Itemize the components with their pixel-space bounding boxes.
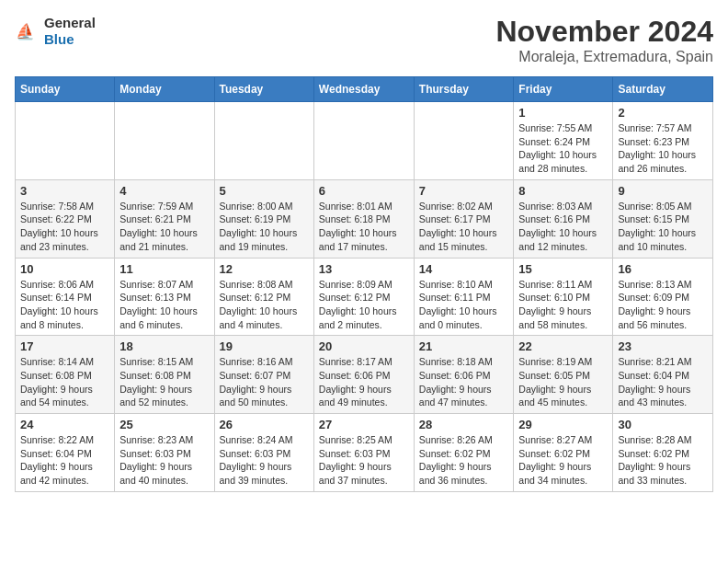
calendar-day-cell: 13Sunrise: 8:09 AM Sunset: 6:12 PM Dayli… — [313, 258, 414, 336]
day-info: Sunrise: 8:14 AM Sunset: 6:08 PM Dayligh… — [20, 355, 109, 409]
day-number: 8 — [518, 184, 608, 198]
day-number: 14 — [419, 262, 509, 276]
day-info: Sunrise: 8:13 AM Sunset: 6:09 PM Dayligh… — [618, 278, 708, 332]
day-info: Sunrise: 7:57 AM Sunset: 6:23 PM Dayligh… — [618, 121, 708, 176]
day-number: 1 — [518, 106, 608, 120]
day-number: 27 — [319, 418, 409, 431]
calendar-day-cell: 15Sunrise: 8:11 AM Sunset: 6:10 PM Dayli… — [514, 258, 613, 336]
logo: ⛵ General Blue — [15, 15, 96, 48]
day-info: Sunrise: 8:02 AM Sunset: 6:17 PM Dayligh… — [419, 200, 509, 254]
calendar-day-cell: 30Sunrise: 8:28 AM Sunset: 6:02 PM Dayli… — [613, 414, 713, 492]
location-title: Moraleja, Extremadura, Spain — [495, 49, 713, 65]
day-info: Sunrise: 8:10 AM Sunset: 6:11 PM Dayligh… — [419, 278, 509, 332]
calendar-day-cell: 26Sunrise: 8:24 AM Sunset: 6:03 PM Dayli… — [214, 414, 313, 492]
calendar-day-cell — [214, 102, 313, 180]
day-number: 9 — [618, 184, 708, 198]
calendar-day-cell: 23Sunrise: 8:21 AM Sunset: 6:04 PM Dayli… — [613, 336, 713, 414]
day-number: 19 — [220, 339, 309, 353]
calendar-day-cell: 22Sunrise: 8:19 AM Sunset: 6:05 PM Dayli… — [514, 336, 613, 414]
day-number: 10 — [20, 262, 109, 276]
day-number: 22 — [518, 339, 608, 353]
day-number: 25 — [119, 418, 209, 431]
day-info: Sunrise: 8:05 AM Sunset: 6:15 PM Dayligh… — [618, 200, 708, 254]
day-number: 26 — [220, 418, 309, 431]
day-info: Sunrise: 8:03 AM Sunset: 6:16 PM Dayligh… — [518, 200, 608, 254]
calendar-header-monday: Monday — [115, 77, 214, 102]
calendar-header-saturday: Saturday — [613, 77, 713, 102]
day-info: Sunrise: 8:18 AM Sunset: 6:06 PM Dayligh… — [419, 355, 509, 409]
header: ⛵ General Blue November 2024 Moraleja, E… — [15, 15, 713, 65]
day-info: Sunrise: 8:11 AM Sunset: 6:10 PM Dayligh… — [518, 278, 608, 332]
calendar-header-row: SundayMondayTuesdayWednesdayThursdayFrid… — [16, 77, 713, 102]
calendar-day-cell: 28Sunrise: 8:26 AM Sunset: 6:02 PM Dayli… — [414, 414, 514, 492]
day-info: Sunrise: 8:25 AM Sunset: 6:03 PM Dayligh… — [319, 433, 409, 488]
day-number: 20 — [319, 339, 409, 353]
day-number: 5 — [220, 184, 309, 198]
calendar-day-cell — [16, 102, 115, 180]
day-info: Sunrise: 8:21 AM Sunset: 6:04 PM Dayligh… — [618, 355, 708, 409]
calendar-day-cell: 24Sunrise: 8:22 AM Sunset: 6:04 PM Dayli… — [16, 414, 115, 492]
calendar-header-thursday: Thursday — [414, 77, 514, 102]
calendar-day-cell: 19Sunrise: 8:16 AM Sunset: 6:07 PM Dayli… — [214, 336, 313, 414]
month-title: November 2024 — [495, 15, 713, 49]
day-info: Sunrise: 7:55 AM Sunset: 6:24 PM Dayligh… — [518, 121, 608, 176]
calendar-day-cell: 7Sunrise: 8:02 AM Sunset: 6:17 PM Daylig… — [414, 179, 514, 258]
calendar-day-cell: 12Sunrise: 8:08 AM Sunset: 6:12 PM Dayli… — [214, 258, 313, 336]
day-info: Sunrise: 8:16 AM Sunset: 6:07 PM Dayligh… — [220, 355, 309, 409]
day-info: Sunrise: 8:09 AM Sunset: 6:12 PM Dayligh… — [319, 278, 409, 332]
calendar-day-cell: 10Sunrise: 8:06 AM Sunset: 6:14 PM Dayli… — [16, 258, 115, 336]
calendar-day-cell — [115, 102, 214, 180]
calendar-week-row: 10Sunrise: 8:06 AM Sunset: 6:14 PM Dayli… — [16, 258, 713, 336]
calendar-header-tuesday: Tuesday — [214, 77, 313, 102]
day-info: Sunrise: 8:08 AM Sunset: 6:12 PM Dayligh… — [220, 278, 309, 332]
calendar-day-cell: 3Sunrise: 7:58 AM Sunset: 6:22 PM Daylig… — [16, 179, 115, 258]
calendar-week-row: 24Sunrise: 8:22 AM Sunset: 6:04 PM Dayli… — [16, 414, 713, 492]
calendar-week-row: 3Sunrise: 7:58 AM Sunset: 6:22 PM Daylig… — [16, 179, 713, 258]
calendar-day-cell: 25Sunrise: 8:23 AM Sunset: 6:03 PM Dayli… — [115, 414, 214, 492]
logo-text-general: General — [44, 15, 96, 30]
day-info: Sunrise: 8:24 AM Sunset: 6:03 PM Dayligh… — [220, 433, 309, 488]
day-number: 2 — [618, 106, 708, 120]
calendar-day-cell: 17Sunrise: 8:14 AM Sunset: 6:08 PM Dayli… — [16, 336, 115, 414]
calendar-day-cell: 9Sunrise: 8:05 AM Sunset: 6:15 PM Daylig… — [613, 179, 713, 258]
day-info: Sunrise: 8:07 AM Sunset: 6:13 PM Dayligh… — [119, 278, 209, 332]
day-info: Sunrise: 8:27 AM Sunset: 6:02 PM Dayligh… — [518, 433, 608, 488]
day-number: 29 — [518, 418, 608, 431]
calendar-header-friday: Friday — [514, 77, 613, 102]
day-info: Sunrise: 7:59 AM Sunset: 6:21 PM Dayligh… — [119, 200, 209, 254]
day-number: 24 — [20, 418, 109, 431]
logo-icon: ⛵ — [15, 18, 40, 44]
day-info: Sunrise: 8:17 AM Sunset: 6:06 PM Dayligh… — [319, 355, 409, 409]
calendar-day-cell — [313, 102, 414, 180]
calendar-week-row: 17Sunrise: 8:14 AM Sunset: 6:08 PM Dayli… — [16, 336, 713, 414]
calendar-table: SundayMondayTuesdayWednesdayThursdayFrid… — [15, 76, 713, 492]
day-number: 28 — [419, 418, 509, 431]
day-info: Sunrise: 8:06 AM Sunset: 6:14 PM Dayligh… — [20, 278, 109, 332]
day-info: Sunrise: 8:00 AM Sunset: 6:19 PM Dayligh… — [220, 200, 309, 254]
calendar-day-cell: 27Sunrise: 8:25 AM Sunset: 6:03 PM Dayli… — [313, 414, 414, 492]
svg-text:⛵: ⛵ — [16, 22, 35, 41]
calendar-day-cell: 21Sunrise: 8:18 AM Sunset: 6:06 PM Dayli… — [414, 336, 514, 414]
day-number: 12 — [220, 262, 309, 276]
day-number: 7 — [419, 184, 509, 198]
logo-text-blue: Blue — [44, 31, 74, 47]
day-number: 17 — [20, 339, 109, 353]
calendar-header-sunday: Sunday — [16, 77, 115, 102]
day-info: Sunrise: 8:19 AM Sunset: 6:05 PM Dayligh… — [518, 355, 608, 409]
calendar-header-wednesday: Wednesday — [313, 77, 414, 102]
day-number: 18 — [119, 339, 209, 353]
day-number: 21 — [419, 339, 509, 353]
day-number: 4 — [119, 184, 209, 198]
day-number: 23 — [618, 339, 708, 353]
calendar-week-row: 1Sunrise: 7:55 AM Sunset: 6:24 PM Daylig… — [16, 102, 713, 180]
day-number: 15 — [518, 262, 608, 276]
day-info: Sunrise: 8:26 AM Sunset: 6:02 PM Dayligh… — [419, 433, 509, 488]
calendar-day-cell: 4Sunrise: 7:59 AM Sunset: 6:21 PM Daylig… — [115, 179, 214, 258]
calendar-day-cell: 16Sunrise: 8:13 AM Sunset: 6:09 PM Dayli… — [613, 258, 713, 336]
day-number: 13 — [319, 262, 409, 276]
calendar-day-cell: 2Sunrise: 7:57 AM Sunset: 6:23 PM Daylig… — [613, 102, 713, 180]
calendar-day-cell: 8Sunrise: 8:03 AM Sunset: 6:16 PM Daylig… — [514, 179, 613, 258]
calendar-day-cell: 11Sunrise: 8:07 AM Sunset: 6:13 PM Dayli… — [115, 258, 214, 336]
day-number: 11 — [119, 262, 209, 276]
day-number: 6 — [319, 184, 409, 198]
